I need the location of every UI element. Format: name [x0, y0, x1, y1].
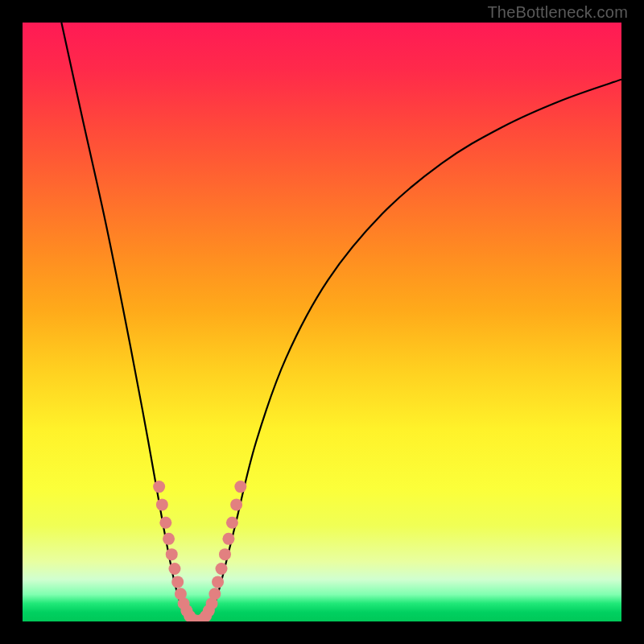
data-marker [153, 481, 165, 493]
data-marker [234, 481, 246, 493]
data-marker [216, 563, 228, 575]
watermark-text: TheBottleneck.com [487, 3, 628, 22]
data-marker [208, 588, 221, 600]
data-marker [171, 576, 184, 588]
data-marker [163, 533, 175, 545]
bottleneck-curve [202, 80, 621, 621]
data-marker [212, 576, 224, 588]
data-marker [168, 563, 180, 575]
data-marker [159, 517, 171, 529]
data-marker [230, 498, 242, 510]
bottleneck-curve [61, 23, 193, 621]
curve-layer [23, 23, 621, 621]
data-marker [226, 517, 238, 529]
data-marker [219, 548, 231, 560]
data-marker [166, 548, 178, 560]
data-marker [156, 498, 168, 510]
data-marker [222, 533, 234, 545]
